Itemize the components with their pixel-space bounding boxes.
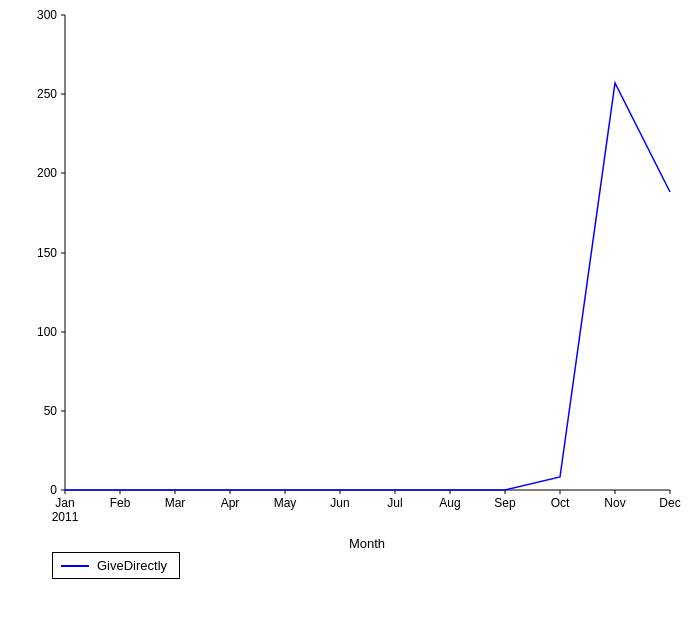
- x-tick-jan: Jan: [55, 496, 74, 510]
- x-tick-jun: Jun: [330, 496, 349, 510]
- chart-container: 0 50 100 150 200 250 300 Jan 2011 Feb Ma…: [0, 0, 693, 621]
- givedirectly-line: [65, 83, 670, 490]
- x-tick-nov: Nov: [604, 496, 625, 510]
- x-tick-oct: Oct: [551, 496, 570, 510]
- x-tick-jul: Jul: [387, 496, 402, 510]
- y-tick-250: 250: [37, 87, 57, 101]
- y-tick-50: 50: [44, 404, 58, 418]
- x-tick-aug: Aug: [439, 496, 460, 510]
- y-tick-200: 200: [37, 166, 57, 180]
- x-tick-sep: Sep: [494, 496, 516, 510]
- legend: GiveDirectly: [52, 552, 180, 579]
- y-tick-150: 150: [37, 246, 57, 260]
- x-axis-label: Month: [349, 536, 385, 551]
- legend-label-givedirectly: GiveDirectly: [97, 558, 167, 573]
- y-tick-100: 100: [37, 325, 57, 339]
- x-tick-dec: Dec: [659, 496, 680, 510]
- y-tick-300: 300: [37, 8, 57, 22]
- legend-line-givedirectly: [61, 565, 89, 567]
- y-tick-0: 0: [50, 483, 57, 497]
- line-chart: 0 50 100 150 200 250 300 Jan 2011 Feb Ma…: [0, 0, 693, 621]
- x-tick-feb: Feb: [110, 496, 131, 510]
- x-tick-mar: Mar: [165, 496, 186, 510]
- x-tick-apr: Apr: [221, 496, 240, 510]
- x-tick-may: May: [274, 496, 297, 510]
- x-tick-year: 2011: [52, 510, 79, 524]
